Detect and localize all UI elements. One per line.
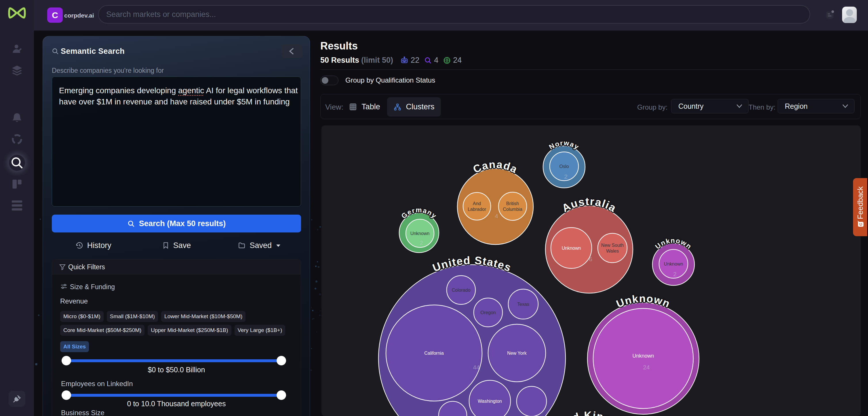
svg-text:California: California [424,351,444,356]
svg-text:Washington: Washington [478,399,502,404]
svg-text:Unknown: Unknown [664,261,683,266]
svg-text:Wales: Wales [606,249,619,253]
svg-text:United Kingdom: United Kingdom [544,409,635,416]
svg-text:4: 4 [495,213,498,219]
svg-text:New South: New South [601,243,624,248]
svg-text:New York: New York [507,351,527,356]
svg-text:British: British [506,201,519,206]
svg-text:Unknown: Unknown [562,246,581,251]
svg-text:44: 44 [473,364,480,371]
svg-text:Unknown: Unknown [410,231,430,236]
svg-text:Columbia: Columbia [503,207,522,212]
svg-text:2: 2 [420,239,423,246]
svg-text:Oregon: Oregon [480,310,496,315]
svg-text:2: 2 [564,173,567,180]
svg-text:Texas: Texas [517,302,529,307]
svg-text:And: And [473,201,481,206]
svg-text:Oslo: Oslo [559,164,569,169]
svg-text:Colorado: Colorado [452,288,470,293]
svg-text:6: 6 [589,256,592,262]
svg-text:24: 24 [643,364,650,371]
svg-text:Unknown: Unknown [632,353,654,359]
svg-text:2: 2 [673,271,677,277]
svg-text:Labrador: Labrador [468,207,486,212]
